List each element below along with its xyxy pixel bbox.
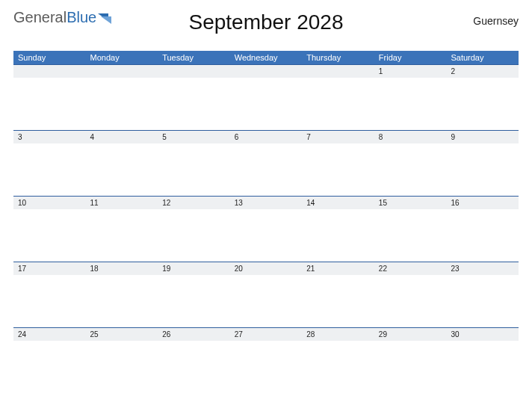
day-number: 25	[86, 328, 158, 341]
day-header: Friday	[374, 53, 447, 62]
day-cell	[374, 78, 447, 130]
day-cell	[13, 78, 86, 130]
day-header: Tuesday	[158, 53, 230, 62]
day-number: 8	[374, 131, 447, 143]
day-header: Thursday	[302, 53, 374, 62]
day-cell	[13, 143, 86, 196]
day-number: 15	[374, 197, 447, 209]
day-cell	[13, 341, 86, 393]
day-number: 5	[158, 131, 230, 143]
page-title: September 2028	[188, 10, 343, 34]
day-number: 9	[446, 131, 519, 143]
day-cell	[374, 209, 447, 262]
day-number: 23	[446, 262, 519, 275]
week-body-row	[13, 341, 519, 393]
logo: GeneralBlue	[13, 9, 113, 29]
region-label: Guernsey	[473, 15, 519, 27]
day-number	[230, 65, 303, 78]
day-number: 12	[158, 197, 230, 209]
day-number: 30	[446, 328, 519, 341]
day-number: 2	[446, 65, 519, 78]
day-number: 18	[86, 262, 158, 275]
logo-text-general: General	[13, 9, 66, 26]
day-cell	[86, 209, 158, 262]
day-number: 22	[374, 262, 447, 275]
day-number: 10	[13, 197, 86, 209]
header: GeneralBlue September 2028 Guernsey	[13, 9, 519, 46]
day-cell	[230, 143, 303, 196]
day-header: Saturday	[446, 53, 519, 62]
day-cell	[446, 78, 519, 130]
day-cell	[374, 275, 447, 327]
week-body-row	[13, 209, 519, 262]
day-number: 1	[374, 65, 447, 78]
day-cell	[374, 143, 447, 196]
day-number	[86, 65, 158, 78]
day-cell	[230, 275, 303, 327]
day-number: 29	[374, 328, 447, 341]
day-cell	[302, 341, 374, 393]
day-number: 24	[13, 328, 86, 341]
day-number: 3	[13, 131, 86, 143]
day-cell	[446, 209, 519, 262]
day-number: 17	[13, 262, 86, 275]
day-cell	[230, 78, 303, 130]
week-number-row: 24 25 26 27 28 29 30	[13, 327, 519, 341]
day-number: 28	[302, 328, 374, 341]
day-number: 19	[158, 262, 230, 275]
day-cell	[374, 341, 447, 393]
day-number: 7	[302, 131, 374, 143]
day-number: 16	[446, 197, 519, 209]
week-number-row: 17 18 19 20 21 22 23	[13, 262, 519, 275]
day-cell	[86, 78, 158, 130]
day-cell	[86, 275, 158, 327]
day-number	[13, 65, 86, 78]
day-cell	[13, 209, 86, 262]
calendar: Sunday Monday Tuesday Wednesday Thursday…	[13, 51, 519, 393]
day-number	[158, 65, 230, 78]
day-cell	[230, 341, 303, 393]
day-number: 4	[86, 131, 158, 143]
day-number: 27	[230, 328, 303, 341]
day-cell	[158, 143, 230, 196]
day-cell	[158, 341, 230, 393]
day-cell	[158, 78, 230, 130]
day-number: 11	[86, 197, 158, 209]
day-cell	[158, 275, 230, 327]
day-number	[302, 65, 374, 78]
week-number-row: 1 2	[13, 64, 519, 78]
day-number: 6	[230, 131, 303, 143]
day-number: 20	[230, 262, 303, 275]
day-cell	[158, 209, 230, 262]
day-cell	[86, 341, 158, 393]
day-cell	[302, 143, 374, 196]
day-cell	[230, 209, 303, 262]
day-header: Wednesday	[230, 53, 303, 62]
day-cell	[446, 143, 519, 196]
week-body-row	[13, 143, 519, 196]
logo-text-blue: Blue	[66, 9, 96, 26]
day-number: 13	[230, 197, 303, 209]
week-number-row: 10 11 12 13 14 15 16	[13, 196, 519, 209]
day-number: 26	[158, 328, 230, 341]
week-body-row	[13, 275, 519, 327]
day-cell	[302, 275, 374, 327]
week-body-row	[13, 78, 519, 130]
logo-triangle-icon	[98, 12, 113, 29]
day-cell	[446, 275, 519, 327]
day-header-row: Sunday Monday Tuesday Wednesday Thursday…	[13, 51, 519, 64]
day-number: 14	[302, 197, 374, 209]
day-cell	[13, 275, 86, 327]
week-number-row: 3 4 5 6 7 8 9	[13, 130, 519, 143]
day-cell	[446, 341, 519, 393]
day-number: 21	[302, 262, 374, 275]
day-cell	[86, 143, 158, 196]
day-cell	[302, 209, 374, 262]
day-header: Monday	[86, 53, 158, 62]
day-header: Sunday	[13, 53, 86, 62]
day-cell	[302, 78, 374, 130]
